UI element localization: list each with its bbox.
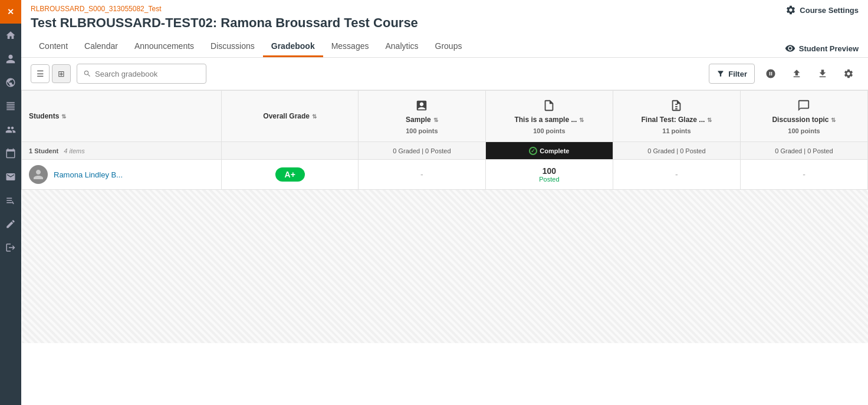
student-name[interactable]: Ramona Lindley B... xyxy=(54,170,123,179)
this-sample-points: 100 points xyxy=(533,126,565,138)
student-preview-button[interactable]: Student Preview xyxy=(785,43,859,54)
final-test-icon xyxy=(670,94,683,113)
this-sample-posted: Posted xyxy=(486,176,613,183)
sample-dash: - xyxy=(420,170,423,179)
sample-points: 100 points xyxy=(406,126,438,138)
search-box xyxy=(77,64,206,84)
students-sort-icon[interactable]: ⇅ xyxy=(61,113,66,120)
sidebar-icon-exit[interactable] xyxy=(0,236,21,259)
gradebook-container: Students ⇅ Overall Grade ⇅ xyxy=(21,90,868,405)
this-sample-icon xyxy=(542,94,555,113)
main-content: RLBROUSSARD_S000_313055082_Test Test RLB… xyxy=(21,0,868,405)
tab-gradebook[interactable]: Gradebook xyxy=(263,37,323,57)
tab-announcements[interactable]: Announcements xyxy=(126,37,202,57)
discussion-sort-icon[interactable]: ⇅ xyxy=(831,117,836,123)
tab-calendar[interactable]: Calendar xyxy=(76,37,126,57)
gradebook-table: Students ⇅ Overall Grade ⇅ xyxy=(21,90,868,343)
sample-label: Sample ⇅ xyxy=(401,113,443,126)
this-sample-score: 100 xyxy=(542,166,556,176)
discussion-score-cell[interactable]: - xyxy=(740,160,867,190)
th-sample: Sample ⇅ 100 points xyxy=(358,91,485,142)
summary-discussion-status: 0 Graded | 0 Posted xyxy=(740,142,867,160)
summary-sample-status: 0 Graded | 0 Posted xyxy=(358,142,485,160)
overall-grade-cell: A+ xyxy=(222,160,358,190)
tab-groups[interactable]: Groups xyxy=(427,37,471,57)
th-discussion: Discussion topic ⇅ 100 points xyxy=(740,91,867,142)
discussion-dash: - xyxy=(803,170,805,179)
final-score-cell[interactable]: - xyxy=(613,160,740,190)
summary-overall-cell xyxy=(222,142,358,160)
this-sample-label: This is a sample ... ⇅ xyxy=(509,113,588,126)
tab-analytics[interactable]: Analytics xyxy=(377,37,426,57)
overall-label: Overall Grade xyxy=(263,112,310,120)
gear-icon xyxy=(785,5,796,15)
th-this-sample: This is a sample ... ⇅ 100 points xyxy=(485,91,613,142)
view-grades-button[interactable] xyxy=(761,64,781,84)
summary-final-status: 0 Graded | 0 Posted xyxy=(613,142,740,160)
th-students: Students ⇅ xyxy=(22,91,222,142)
sidebar-icon-calendar[interactable] xyxy=(0,141,21,165)
sidebar-icon-notes[interactable] xyxy=(0,189,21,212)
search-icon xyxy=(83,70,91,78)
grid-view-button[interactable]: ⊞ xyxy=(52,64,71,83)
sidebar-close-button[interactable]: ✕ xyxy=(0,0,21,24)
final-sort-icon[interactable]: ⇅ xyxy=(707,117,712,123)
discussion-icon xyxy=(797,94,810,113)
summary-this-sample-status: ✓ Complete xyxy=(485,142,613,160)
list-view-button[interactable]: ☰ xyxy=(31,64,50,83)
empty-area xyxy=(22,190,868,343)
discussion-label: Discussion topic ⇅ xyxy=(767,113,840,126)
this-sample-score-cell[interactable]: 100 Posted xyxy=(485,160,613,190)
sidebar-icon-people[interactable] xyxy=(0,118,21,141)
course-title: Test RLBROUSSARD-TEST02: Ramona Broussar… xyxy=(31,15,859,31)
sidebar: ✕ xyxy=(0,0,21,405)
student-preview-label: Student Preview xyxy=(799,44,859,53)
avatar xyxy=(29,165,48,184)
student-cell: Ramona Lindley B... xyxy=(22,160,222,190)
final-test-points: 11 points xyxy=(662,126,691,138)
preview-icon xyxy=(785,43,795,54)
nav-tabs: Content Calendar Announcements Discussio… xyxy=(31,37,859,57)
breadcrumb[interactable]: RLBROUSSARD_S000_313055082_Test xyxy=(31,5,859,13)
summary-student-count: 1 Student 4 items xyxy=(22,142,222,160)
settings-button[interactable] xyxy=(839,64,859,84)
students-label: Students xyxy=(29,112,59,120)
complete-check-icon: ✓ xyxy=(529,147,537,155)
discussion-points: 100 points xyxy=(788,126,820,138)
tab-content[interactable]: Content xyxy=(31,37,76,57)
tab-discussions[interactable]: Discussions xyxy=(202,37,263,57)
filter-label: Filter xyxy=(728,70,747,78)
final-dash: - xyxy=(675,170,678,179)
toolbar: ☰ ⊞ Filter xyxy=(21,58,868,90)
sidebar-icon-globe[interactable] xyxy=(0,71,21,94)
sample-sort-icon[interactable]: ⇅ xyxy=(433,117,438,123)
filter-button[interactable]: Filter xyxy=(709,64,755,84)
view-toggle: ☰ ⊞ xyxy=(31,64,71,83)
th-overall: Overall Grade ⇅ xyxy=(222,91,358,142)
final-test-label: Final Test: Glaze ... ⇅ xyxy=(637,113,717,126)
sidebar-icon-mail[interactable] xyxy=(0,165,21,189)
sidebar-icon-home[interactable] xyxy=(0,24,21,47)
sidebar-icon-user[interactable] xyxy=(0,47,21,71)
overall-sort-icon[interactable]: ⇅ xyxy=(312,113,317,120)
filter-icon xyxy=(716,70,725,78)
tab-messages[interactable]: Messages xyxy=(323,37,377,57)
table-row: Ramona Lindley B... A+ - 100 Posted - xyxy=(22,160,868,190)
summary-row: 1 Student 4 items 0 Graded | 0 Posted ✓ … xyxy=(22,142,868,160)
header: RLBROUSSARD_S000_313055082_Test Test RLB… xyxy=(21,0,868,58)
this-sample-sort-icon[interactable]: ⇅ xyxy=(579,117,584,123)
empty-row xyxy=(22,190,868,343)
grade-badge[interactable]: A+ xyxy=(275,167,305,182)
course-settings-label: Course Settings xyxy=(800,6,859,15)
search-input[interactable] xyxy=(95,70,200,78)
upload-button[interactable] xyxy=(787,64,807,84)
sample-icon xyxy=(415,94,428,113)
course-settings-button[interactable]: Course Settings xyxy=(785,5,859,15)
download-button[interactable] xyxy=(813,64,833,84)
sample-score-cell[interactable]: - xyxy=(358,160,485,190)
th-final-test: Final Test: Glaze ... ⇅ 11 points xyxy=(613,91,740,142)
sidebar-icon-edit[interactable] xyxy=(0,212,21,236)
sidebar-icon-table[interactable] xyxy=(0,94,21,118)
